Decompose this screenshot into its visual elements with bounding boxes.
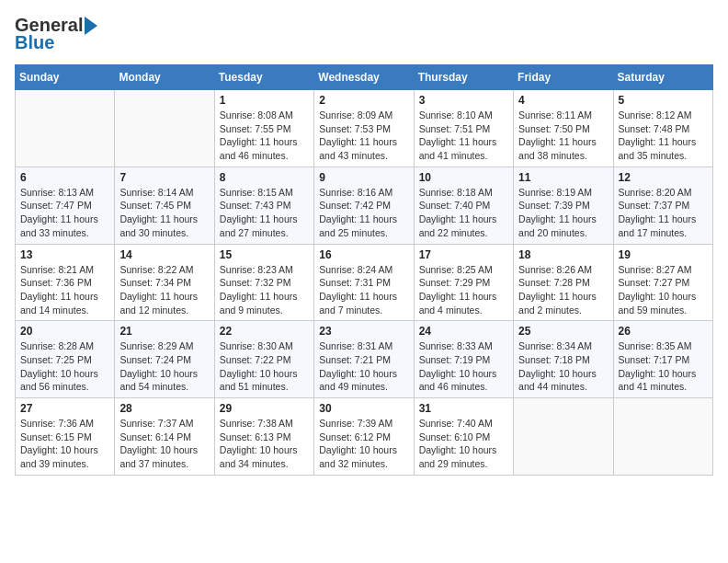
day-number: 12 [619, 171, 708, 184]
calendar-week-row: 6Sunrise: 8:13 AMSunset: 7:47 PMDaylight… [16, 167, 713, 244]
day-info: Sunrise: 8:27 AMSunset: 7:27 PMDaylight:… [619, 263, 708, 317]
page-header: General Blue [15, 15, 713, 53]
day-info: Sunrise: 8:20 AMSunset: 7:37 PMDaylight:… [619, 186, 708, 240]
calendar-cell: 16Sunrise: 8:24 AMSunset: 7:31 PMDayligh… [314, 244, 414, 321]
calendar-cell: 15Sunrise: 8:23 AMSunset: 7:32 PMDayligh… [214, 244, 313, 321]
calendar-cell: 6Sunrise: 8:13 AMSunset: 7:47 PMDaylight… [16, 167, 115, 244]
calendar-cell [613, 398, 712, 476]
day-number: 29 [220, 402, 309, 415]
calendar-cell [514, 398, 613, 476]
calendar-cell: 17Sunrise: 8:25 AMSunset: 7:29 PMDayligh… [414, 244, 513, 321]
day-number: 26 [619, 325, 708, 338]
day-info: Sunrise: 8:11 AMSunset: 7:50 PMDaylight:… [518, 109, 608, 163]
day-info: Sunrise: 8:08 AMSunset: 7:55 PMDaylight:… [220, 109, 309, 163]
day-info: Sunrise: 7:39 AMSunset: 6:12 PMDaylight:… [319, 417, 408, 471]
calendar-cell: 24Sunrise: 8:33 AMSunset: 7:19 PMDayligh… [414, 321, 513, 398]
calendar-day-header: Sunday [16, 65, 115, 90]
day-number: 8 [220, 171, 309, 184]
day-number: 7 [119, 171, 209, 184]
day-number: 2 [319, 94, 408, 107]
calendar-cell: 18Sunrise: 8:26 AMSunset: 7:28 PMDayligh… [514, 244, 613, 321]
day-info: Sunrise: 8:18 AMSunset: 7:40 PMDaylight:… [419, 186, 508, 240]
calendar-cell: 20Sunrise: 8:28 AMSunset: 7:25 PMDayligh… [16, 321, 115, 398]
day-info: Sunrise: 7:40 AMSunset: 6:10 PMDaylight:… [419, 417, 508, 471]
day-info: Sunrise: 8:31 AMSunset: 7:21 PMDaylight:… [319, 339, 408, 394]
day-info: Sunrise: 7:36 AMSunset: 6:15 PMDaylight:… [20, 417, 109, 471]
calendar-day-header: Friday [514, 65, 613, 90]
calendar-day-header: Thursday [414, 65, 513, 90]
calendar-cell: 1Sunrise: 8:08 AMSunset: 7:55 PMDaylight… [214, 90, 313, 167]
day-info: Sunrise: 8:28 AMSunset: 7:25 PMDaylight:… [20, 339, 109, 394]
day-number: 23 [319, 325, 408, 338]
calendar-cell: 2Sunrise: 8:09 AMSunset: 7:53 PMDaylight… [314, 90, 414, 167]
logo-arrow-icon [85, 17, 97, 35]
day-number: 15 [220, 248, 309, 261]
calendar-cell: 8Sunrise: 8:15 AMSunset: 7:43 PMDaylight… [214, 167, 313, 244]
day-number: 1 [220, 94, 309, 107]
day-number: 18 [518, 248, 608, 261]
calendar-day-header: Wednesday [314, 65, 414, 90]
day-number: 16 [319, 248, 408, 261]
calendar-cell: 26Sunrise: 8:35 AMSunset: 7:17 PMDayligh… [613, 321, 712, 398]
day-info: Sunrise: 8:29 AMSunset: 7:24 PMDaylight:… [119, 339, 209, 394]
calendar-cell [115, 90, 214, 167]
day-info: Sunrise: 8:26 AMSunset: 7:28 PMDaylight:… [518, 263, 608, 317]
calendar-cell: 11Sunrise: 8:19 AMSunset: 7:39 PMDayligh… [514, 167, 613, 244]
calendar-cell: 7Sunrise: 8:14 AMSunset: 7:45 PMDaylight… [115, 167, 214, 244]
day-number: 4 [518, 94, 608, 107]
day-number: 11 [518, 171, 608, 184]
calendar-cell: 13Sunrise: 8:21 AMSunset: 7:36 PMDayligh… [16, 244, 115, 321]
day-number: 24 [419, 325, 508, 338]
day-number: 19 [619, 248, 708, 261]
day-number: 3 [419, 94, 508, 107]
calendar-cell: 4Sunrise: 8:11 AMSunset: 7:50 PMDaylight… [514, 90, 613, 167]
day-info: Sunrise: 8:15 AMSunset: 7:43 PMDaylight:… [220, 186, 309, 240]
day-info: Sunrise: 8:25 AMSunset: 7:29 PMDaylight:… [419, 263, 508, 317]
calendar-day-header: Tuesday [214, 65, 313, 90]
day-info: Sunrise: 7:38 AMSunset: 6:13 PMDaylight:… [220, 417, 309, 471]
calendar-week-row: 20Sunrise: 8:28 AMSunset: 7:25 PMDayligh… [16, 321, 713, 398]
calendar-cell: 29Sunrise: 7:38 AMSunset: 6:13 PMDayligh… [214, 398, 313, 476]
day-info: Sunrise: 7:37 AMSunset: 6:14 PMDaylight:… [119, 417, 209, 471]
day-info: Sunrise: 8:16 AMSunset: 7:42 PMDaylight:… [319, 186, 408, 240]
day-info: Sunrise: 8:22 AMSunset: 7:34 PMDaylight:… [119, 263, 209, 317]
day-number: 20 [20, 325, 109, 338]
day-info: Sunrise: 8:33 AMSunset: 7:19 PMDaylight:… [419, 339, 508, 394]
day-number: 25 [518, 325, 608, 338]
day-number: 28 [119, 402, 209, 415]
calendar-cell: 19Sunrise: 8:27 AMSunset: 7:27 PMDayligh… [613, 244, 712, 321]
calendar-cell: 25Sunrise: 8:34 AMSunset: 7:18 PMDayligh… [514, 321, 613, 398]
day-info: Sunrise: 8:13 AMSunset: 7:47 PMDaylight:… [20, 186, 109, 240]
calendar-table: SundayMondayTuesdayWednesdayThursdayFrid… [15, 64, 713, 476]
day-number: 17 [419, 248, 508, 261]
calendar-day-header: Saturday [613, 65, 712, 90]
calendar-week-row: 27Sunrise: 7:36 AMSunset: 6:15 PMDayligh… [16, 398, 713, 476]
day-info: Sunrise: 8:24 AMSunset: 7:31 PMDaylight:… [319, 263, 408, 317]
calendar-cell: 14Sunrise: 8:22 AMSunset: 7:34 PMDayligh… [115, 244, 214, 321]
day-number: 31 [419, 402, 508, 415]
calendar-cell: 28Sunrise: 7:37 AMSunset: 6:14 PMDayligh… [115, 398, 214, 476]
day-info: Sunrise: 8:21 AMSunset: 7:36 PMDaylight:… [20, 263, 109, 317]
day-info: Sunrise: 8:09 AMSunset: 7:53 PMDaylight:… [319, 109, 408, 163]
logo: General Blue [15, 15, 97, 53]
day-info: Sunrise: 8:14 AMSunset: 7:45 PMDaylight:… [119, 186, 209, 240]
calendar-cell: 27Sunrise: 7:36 AMSunset: 6:15 PMDayligh… [16, 398, 115, 476]
calendar-cell: 12Sunrise: 8:20 AMSunset: 7:37 PMDayligh… [613, 167, 712, 244]
day-number: 22 [220, 325, 309, 338]
calendar-cell: 30Sunrise: 7:39 AMSunset: 6:12 PMDayligh… [314, 398, 414, 476]
day-info: Sunrise: 8:10 AMSunset: 7:51 PMDaylight:… [419, 109, 508, 163]
day-number: 30 [319, 402, 408, 415]
day-number: 21 [119, 325, 209, 338]
logo-blue: Blue [15, 32, 54, 53]
day-number: 27 [20, 402, 109, 415]
calendar-header-row: SundayMondayTuesdayWednesdayThursdayFrid… [16, 65, 713, 90]
calendar-cell: 21Sunrise: 8:29 AMSunset: 7:24 PMDayligh… [115, 321, 214, 398]
calendar-cell: 5Sunrise: 8:12 AMSunset: 7:48 PMDaylight… [613, 90, 712, 167]
day-info: Sunrise: 8:19 AMSunset: 7:39 PMDaylight:… [518, 186, 608, 240]
day-info: Sunrise: 8:34 AMSunset: 7:18 PMDaylight:… [518, 339, 608, 394]
calendar-cell: 31Sunrise: 7:40 AMSunset: 6:10 PMDayligh… [414, 398, 513, 476]
day-number: 14 [119, 248, 209, 261]
day-number: 13 [20, 248, 109, 261]
day-number: 5 [619, 94, 708, 107]
calendar-week-row: 13Sunrise: 8:21 AMSunset: 7:36 PMDayligh… [16, 244, 713, 321]
